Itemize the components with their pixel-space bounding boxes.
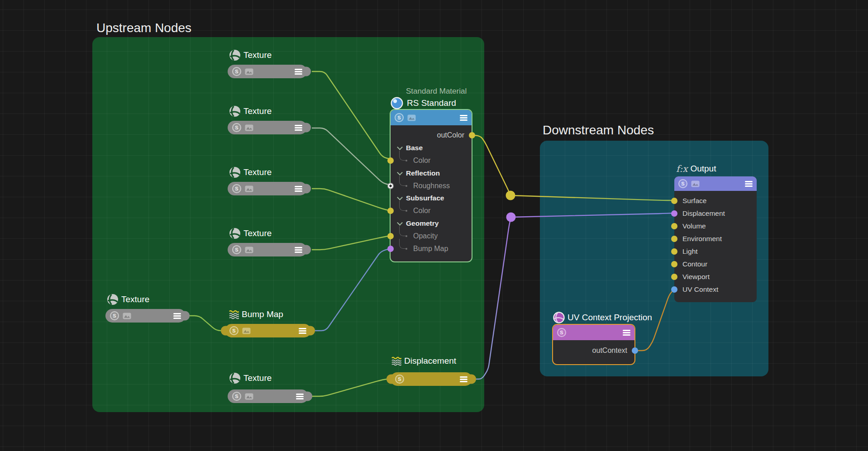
displacement-input-port[interactable]	[386, 375, 395, 384]
solo-badge[interactable]: S	[678, 179, 687, 188]
menu-icon[interactable]	[460, 376, 467, 382]
port-row-viewport: Viewport	[674, 271, 757, 283]
menu-icon[interactable]	[460, 115, 467, 121]
tree-connector	[399, 239, 405, 249]
wire-knot-to-output-displacement[interactable]	[511, 213, 674, 217]
texture-node-pill[interactable]: S	[105, 309, 186, 323]
texture-node-pill[interactable]: S	[228, 121, 307, 134]
outcolor-port[interactable]	[469, 132, 475, 138]
chevron-down-icon[interactable]	[397, 220, 403, 226]
menu-icon[interactable]	[299, 328, 306, 334]
port-row-outcolor: outColor	[391, 129, 472, 142]
outcontext-port[interactable]	[632, 347, 638, 354]
preview-image-icon	[407, 114, 416, 121]
texture-node-pill[interactable]: S	[228, 389, 308, 403]
surface-port[interactable]	[671, 198, 677, 204]
displacement-port[interactable]	[671, 210, 677, 217]
wire-texture5-to-bump-map-node[interactable]	[189, 316, 225, 331]
solo-badge[interactable]: S	[232, 245, 241, 254]
port-row-volume: Volume	[674, 220, 757, 233]
chevron-down-icon[interactable]	[397, 195, 403, 201]
subsurface-group-label: Subsurface	[406, 194, 444, 202]
volume-port[interactable]	[671, 223, 677, 229]
displacement-node-label: Displacement	[391, 356, 456, 366]
texture-node-label: Texture	[229, 372, 272, 384]
texture-node-pill[interactable]: S	[228, 243, 307, 256]
menu-icon[interactable]	[295, 247, 302, 253]
solo-badge[interactable]: S	[229, 326, 238, 335]
uv-sphere-icon	[553, 312, 565, 323]
solo-badge[interactable]: S	[232, 184, 241, 193]
solo-badge[interactable]: S	[232, 123, 241, 132]
menu-icon[interactable]	[296, 394, 304, 399]
preview-image-icon	[242, 328, 251, 334]
texture-node-pill[interactable]: S	[228, 65, 307, 78]
base-color-port[interactable]	[387, 157, 394, 164]
wire-bump-map-to-rs-bump[interactable]	[315, 248, 391, 331]
wire-texture3-to-subsurface-color[interactable]	[312, 189, 391, 211]
roughness-port[interactable]	[387, 183, 394, 189]
wire-displacement-to-knot[interactable]	[475, 217, 511, 379]
solo-badge[interactable]: S	[110, 311, 119, 320]
bump-map-port[interactable]	[387, 246, 394, 252]
menu-icon[interactable]	[173, 313, 181, 319]
solo-badge[interactable]: S	[395, 375, 404, 384]
subsurface-color-port[interactable]	[387, 208, 394, 214]
solo-badge[interactable]: S	[232, 392, 241, 401]
knot-surface[interactable]	[506, 191, 515, 200]
output-node[interactable]: S Surface Displacement Volume Environmen…	[674, 176, 757, 302]
texture-node-pill[interactable]: S	[228, 182, 307, 195]
output-node-label: f:xOutput	[676, 163, 716, 174]
tree-connector	[399, 151, 405, 161]
contour-port[interactable]	[671, 261, 677, 267]
port-row-uv-context: UV Context	[674, 283, 757, 296]
outcolor-label: outColor	[437, 131, 464, 139]
uv-projection-node-title: UV Context Projection	[568, 313, 652, 323]
output-node-header[interactable]: S	[674, 176, 757, 191]
menu-icon[interactable]	[295, 69, 302, 75]
preview-image-icon	[691, 180, 700, 187]
texture-node-label: Texture	[229, 105, 272, 117]
bump-map-input-port[interactable]	[221, 326, 229, 336]
solo-badge[interactable]: S	[232, 67, 241, 76]
chevron-down-icon[interactable]	[397, 170, 403, 176]
opacity-port[interactable]	[387, 233, 394, 239]
menu-icon[interactable]	[295, 125, 302, 131]
outcontext-label: outContext	[592, 347, 627, 355]
subsurface-color-label: Color	[413, 207, 430, 215]
port-row-surface: Surface	[674, 195, 757, 207]
displacement-waves-icon	[391, 356, 401, 366]
wire-texture1-to-base-color[interactable]	[312, 71, 391, 159]
rs-standard-node[interactable]: S outColor Base Color Reflection Roughne…	[391, 110, 472, 261]
wire-texture2-to-roughness[interactable]	[312, 128, 391, 185]
menu-icon[interactable]	[623, 330, 630, 336]
wire-knot-to-output-surface[interactable]	[510, 195, 674, 200]
menu-icon[interactable]	[295, 186, 302, 192]
uv-context-port[interactable]	[671, 286, 677, 293]
solo-badge[interactable]: S	[395, 113, 404, 122]
light-port[interactable]	[671, 248, 677, 255]
node-editor-canvas[interactable]: Upstream Nodes Downstream Nodes Texture …	[0, 0, 868, 451]
chevron-down-icon[interactable]	[397, 144, 403, 150]
menu-icon[interactable]	[745, 181, 753, 187]
reflection-group-label: Reflection	[406, 169, 440, 177]
wire-rs-outcolor-to-knot[interactable]	[472, 135, 510, 195]
port-row-outcontext: outContext	[553, 344, 634, 357]
uv-projection-header[interactable]: S	[553, 325, 634, 340]
texture-node-title: Texture	[243, 228, 272, 238]
uv-context-projection-node[interactable]: S outContext	[553, 325, 634, 364]
preview-image-icon	[123, 313, 131, 319]
wire-texture4-to-opacity[interactable]	[312, 236, 391, 250]
port-row-environment: Environment	[674, 233, 757, 245]
preview-image-icon	[245, 247, 253, 253]
displacement-node-pill[interactable]: S	[391, 372, 472, 386]
environment-label: Environment	[682, 235, 722, 243]
port-row-subsurface-color: Color	[391, 204, 472, 217]
viewport-port[interactable]	[671, 274, 677, 280]
solo-badge[interactable]: S	[557, 328, 566, 337]
wire-texture6-to-displacement-node[interactable]	[312, 379, 387, 396]
environment-port[interactable]	[671, 236, 677, 242]
knot-displacement[interactable]	[506, 213, 516, 222]
rs-standard-header[interactable]: S	[391, 110, 472, 125]
bump-map-node-pill[interactable]: S	[225, 324, 311, 337]
